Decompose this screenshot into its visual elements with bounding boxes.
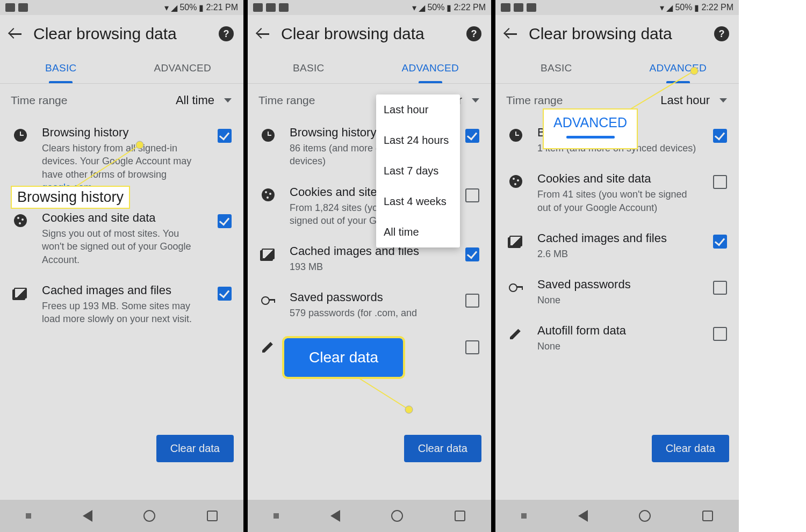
setting-title: Cookies and site data — [42, 211, 204, 225]
tab-advanced[interactable]: ADVANCED — [370, 53, 492, 83]
setting-checkbox[interactable] — [713, 129, 727, 143]
battery-percent: 50% — [675, 3, 692, 12]
time-range-label: Time range — [258, 94, 315, 107]
setting-checkbox[interactable] — [218, 214, 232, 228]
wifi-icon: ▾ — [660, 3, 664, 13]
phone-screen-2: ▾ ◢ 50% ▮ 2:22 PM Clear browsing data ? … — [248, 0, 491, 532]
clock-text: 2:21 PM — [206, 3, 238, 12]
nav-recents-icon[interactable] — [702, 511, 713, 521]
setting-checkbox[interactable] — [465, 294, 479, 308]
time-range-dropdown[interactable]: All time — [176, 93, 232, 107]
time-range-option[interactable]: All time — [376, 217, 460, 247]
clear-data-button[interactable]: Clear data — [156, 435, 234, 462]
status-bar: ▾ ◢ 50% ▮ 2:22 PM — [495, 0, 739, 15]
chevron-down-icon — [472, 98, 479, 103]
time-range-option[interactable]: Last 4 weeks — [376, 186, 460, 217]
setting-subtitle: Clears history from all signed-in device… — [42, 142, 204, 194]
clock-icon — [13, 128, 28, 143]
setting-subtitle: 579 passwords (for .com, and — [290, 307, 451, 319]
tab-basic[interactable]: BASIC — [495, 53, 617, 83]
key-icon — [261, 293, 276, 308]
setting-row-cookie[interactable]: Cookies and site dataSigns you out of mo… — [0, 202, 243, 275]
setting-checkbox[interactable] — [713, 235, 727, 249]
nav-home-icon[interactable] — [391, 510, 403, 522]
setting-title: Saved passwords — [537, 278, 699, 291]
setting-subtitle: None — [537, 340, 699, 353]
nav-recents-icon[interactable] — [455, 511, 465, 521]
setting-checkbox[interactable] — [713, 175, 727, 189]
setting-checkbox[interactable] — [218, 129, 232, 143]
setting-checkbox[interactable] — [218, 287, 232, 301]
setting-subtitle: From 41 sites (you won't be signed out o… — [537, 188, 699, 214]
phone-screen-1: ▾ ◢ 50% ▮ 2:21 PM Clear browsing data ? … — [0, 0, 243, 532]
setting-subtitle: None — [537, 294, 699, 307]
setting-row-pen[interactable]: Autofill form dataNone — [495, 315, 739, 361]
setting-checkbox[interactable] — [465, 340, 479, 354]
tab-bar: BASIC ADVANCED — [0, 53, 243, 84]
setting-title: Browsing history — [42, 126, 204, 140]
page-title: Clear browsing data — [529, 25, 703, 43]
callout-browsing-history: Browsing history — [12, 187, 129, 208]
setting-row-key[interactable]: Saved passwordsNone — [495, 269, 739, 315]
time-range-option[interactable]: Last hour — [376, 94, 460, 125]
setting-subtitle: 193 MB — [290, 260, 451, 273]
clock-text: 2:22 PM — [701, 3, 733, 12]
cookie-icon — [13, 213, 28, 228]
setting-checkbox[interactable] — [465, 129, 479, 143]
setting-checkbox[interactable] — [465, 247, 479, 261]
help-icon[interactable]: ? — [714, 26, 729, 41]
nav-assist-icon[interactable] — [521, 513, 527, 519]
tab-bar: BASIC ADVANCED — [495, 53, 739, 84]
back-arrow-icon[interactable] — [10, 27, 23, 40]
time-range-label: Time range — [11, 94, 67, 107]
callout-clear-data-button: Clear data — [284, 338, 403, 377]
nav-recents-icon[interactable] — [207, 511, 218, 521]
tab-basic[interactable]: BASIC — [0, 53, 122, 83]
clear-data-button[interactable]: Clear data — [652, 435, 729, 462]
time-range-dropdown[interactable]: Last hour — [660, 93, 727, 107]
notif-icon — [279, 3, 289, 12]
notif-icon — [253, 3, 263, 12]
help-icon[interactable]: ? — [466, 26, 481, 41]
nav-back-icon[interactable] — [330, 510, 340, 522]
nav-back-icon[interactable] — [83, 510, 92, 522]
chevron-down-icon — [224, 98, 232, 103]
setting-row-image[interactable]: Cached images and filesFrees up 193 MB. … — [0, 275, 243, 334]
nav-assist-icon[interactable] — [26, 513, 31, 519]
tab-basic[interactable]: BASIC — [248, 53, 370, 83]
time-range-menu: Last hourLast 24 hoursLast 7 daysLast 4 … — [376, 94, 460, 247]
clock-text: 2:22 PM — [454, 3, 486, 12]
time-range-option[interactable]: Last 7 days — [376, 156, 460, 186]
nav-back-icon[interactable] — [578, 510, 588, 522]
callout-advanced-tab: ADVANCED — [544, 110, 637, 148]
app-bar: Clear browsing data ? — [495, 15, 739, 53]
image-icon — [261, 246, 276, 261]
back-arrow-icon[interactable] — [505, 27, 518, 40]
notif-icon — [501, 3, 510, 12]
key-icon — [508, 280, 523, 295]
back-arrow-icon[interactable] — [257, 27, 270, 40]
setting-checkbox[interactable] — [713, 327, 727, 341]
tab-advanced[interactable]: ADVANCED — [617, 53, 739, 83]
clock-icon — [261, 128, 276, 143]
setting-title: Cached images and files — [42, 283, 204, 297]
setting-row-image[interactable]: Cached images and files2.6 MB — [495, 223, 739, 269]
clear-data-button[interactable]: Clear data — [404, 435, 481, 462]
setting-checkbox[interactable] — [465, 188, 479, 202]
setting-title: Autofill form data — [537, 324, 699, 338]
tab-bar: BASIC ADVANCED — [248, 53, 491, 84]
nav-assist-icon[interactable] — [274, 513, 279, 519]
tab-advanced[interactable]: ADVANCED — [122, 53, 244, 83]
setting-row-key[interactable]: Saved passwords579 passwords (for .com, … — [248, 282, 491, 328]
nav-home-icon[interactable] — [143, 510, 155, 522]
content-body: Time range All time Browsing historyClea… — [0, 84, 243, 500]
setting-row-cookie[interactable]: Cookies and site dataFrom 41 sites (you … — [495, 163, 739, 223]
page-title: Clear browsing data — [33, 25, 208, 43]
help-icon[interactable]: ? — [219, 26, 234, 41]
nav-home-icon[interactable] — [639, 510, 651, 522]
signal-icon: ◢ — [419, 3, 425, 13]
android-nav-bar — [0, 500, 243, 532]
time-range-option[interactable]: Last 24 hours — [376, 125, 460, 156]
page-title: Clear browsing data — [281, 25, 456, 43]
setting-checkbox[interactable] — [713, 281, 727, 295]
